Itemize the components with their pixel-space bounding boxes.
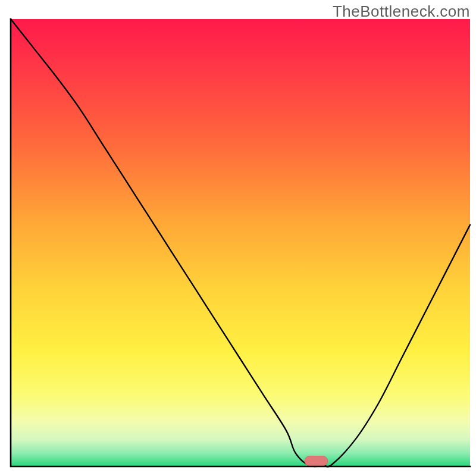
bottleneck-chart xyxy=(0,0,476,476)
optimal-marker xyxy=(305,456,328,466)
chart-frame: TheBottleneck.com xyxy=(0,0,476,476)
gradient-background xyxy=(11,19,470,466)
